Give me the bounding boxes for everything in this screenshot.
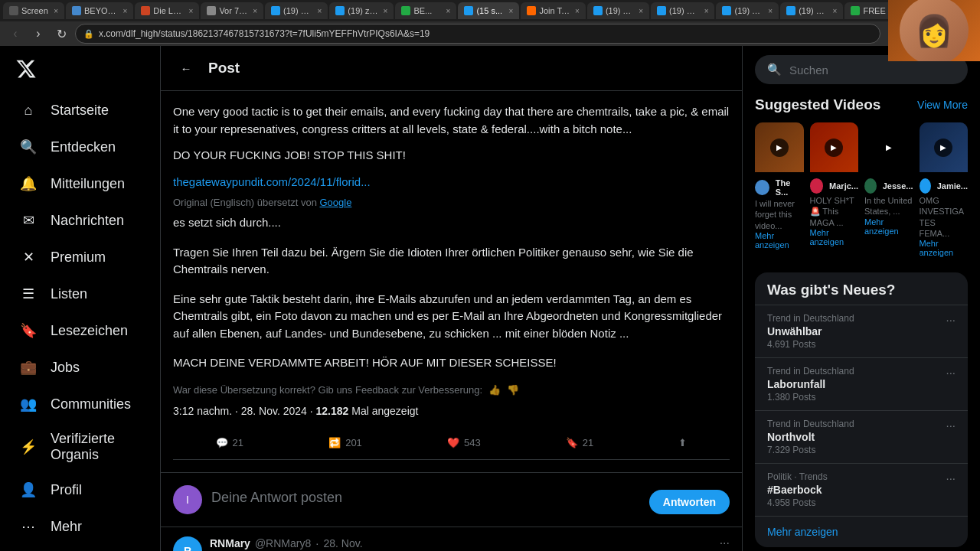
- bookmark-action[interactable]: 🔖 21: [558, 432, 601, 453]
- person-icon: 👤: [18, 480, 38, 500]
- like-action[interactable]: ❤️ 543: [439, 432, 488, 453]
- retweet-action[interactable]: 🔁 201: [321, 432, 370, 453]
- sidebar-item-profile[interactable]: 👤 Profil: [9, 472, 151, 507]
- trend-more-icon-2[interactable]: ···: [946, 366, 956, 379]
- trend-more-icon-1[interactable]: ···: [946, 313, 956, 326]
- search-input[interactable]: [789, 64, 956, 77]
- video-more-1[interactable]: Mehr anzeigen: [755, 231, 804, 249]
- trend-item-1[interactable]: Trend in Deutschland Unwählbar 4.691 Pos…: [755, 305, 968, 357]
- trending-more-link[interactable]: Mehr anzeigen: [755, 516, 968, 547]
- browser-tab-4[interactable]: Vor 70...×: [201, 2, 263, 19]
- trend-item-4[interactable]: Politik · Trends #Baerbock 4.958 Posts ·…: [755, 463, 968, 516]
- browser-tab-7[interactable]: BE...×: [395, 2, 456, 19]
- video-more-3[interactable]: Mehr anzeigen: [864, 217, 913, 236]
- share-icon: ⬆: [678, 437, 687, 448]
- play-overlay-4: ▶: [920, 122, 969, 172]
- translation-feedback: War diese Übersetzung korrekt? Gib uns F…: [173, 384, 730, 396]
- reply-submit-button[interactable]: Antworten: [649, 490, 730, 514]
- browser-tab-9[interactable]: Join To...×: [521, 2, 586, 19]
- video-more-2[interactable]: Mehr anzeigen: [810, 228, 859, 246]
- comment-time: 28. Nov.: [323, 537, 362, 549]
- video-more-4[interactable]: Mehr anzeigen: [920, 239, 969, 257]
- post-views-count: 12.182: [316, 405, 349, 417]
- trend-item-1-header: Trend in Deutschland Unwählbar 4.691 Pos…: [767, 313, 956, 350]
- main-layout: ⌂ Startseite 🔍 Entdecken 🔔 Mitteilungen …: [0, 46, 980, 551]
- reply-input-placeholder[interactable]: Deine Antwort posten: [211, 485, 640, 506]
- reply-action[interactable]: 💬 21: [208, 432, 251, 453]
- google-translate-link[interactable]: Google: [319, 197, 351, 208]
- post-original-text: One very good tactic is to get their ema…: [173, 103, 730, 138]
- lock-icon: 🔒: [83, 29, 94, 39]
- trend-more-icon-4[interactable]: ···: [946, 471, 956, 484]
- trend-country-1: Trend in Deutschland: [767, 313, 854, 324]
- video-info-1: The S... I will never forget this video.…: [755, 172, 804, 253]
- browser-tab-10[interactable]: (19) Ti...×: [587, 2, 649, 19]
- sidebar-item-premium[interactable]: ✕ Premium: [9, 240, 151, 275]
- thumbs-up-button[interactable]: 👍: [488, 384, 501, 396]
- sidebar-label-notifications: Mitteilungen: [51, 176, 125, 192]
- browser-tab-active[interactable]: (15 s...×: [458, 2, 519, 19]
- sidebar-item-lists[interactable]: ☰ Listen: [9, 276, 151, 311]
- post-text-content: One very good tactic is to get their ema…: [173, 105, 729, 135]
- browser-tab-11[interactable]: (19) Gi...×: [651, 2, 714, 19]
- sidebar-item-home[interactable]: ⌂ Startseite: [9, 93, 151, 128]
- trending-section: Was gibt's Neues? Trend in Deutschland U…: [755, 272, 968, 547]
- browser-toolbar: ‹ › ↻ 🔒 x.com/dlf_high/status/1862137467…: [0, 21, 980, 46]
- post-link[interactable]: thegatewaypundit.com/2024/11/florid...: [173, 174, 730, 191]
- back-button[interactable]: ←: [173, 55, 199, 81]
- browser-tab-13[interactable]: (19) Bi...×: [780, 2, 843, 19]
- x-icon: ✕: [18, 247, 38, 267]
- sidebar-label-explore: Entdecken: [51, 139, 116, 155]
- sidebar-item-notifications[interactable]: 🔔 Mitteilungen: [9, 166, 151, 201]
- back-button[interactable]: ‹: [6, 24, 24, 43]
- sidebar-label-profile: Profil: [51, 482, 82, 498]
- comment-rn-mary[interactable]: R RNMary @RNMary8 · 28. Nov. ··· Tenness…: [161, 527, 742, 552]
- post-url[interactable]: thegatewaypundit.com/2024/11/florid...: [173, 175, 371, 188]
- video-username-3: Jesse...: [883, 181, 913, 191]
- video-card-4[interactable]: ▶ Jamie... OMG INVESTIGA TES FEMA... Meh…: [920, 122, 969, 260]
- post-translation-label: Original (Englisch) übersetzt von Google: [173, 197, 730, 208]
- x-logo[interactable]: [9, 52, 151, 88]
- video-card-1[interactable]: ▶ The S... I will never forget this vide…: [755, 122, 804, 260]
- reply-box: I Deine Antwort posten Antworten: [161, 473, 742, 527]
- thumbs-down-button[interactable]: 👎: [507, 384, 519, 396]
- browser-tab-5[interactable]: (19) Ki...×: [265, 2, 328, 19]
- browser-tab-1[interactable]: Screen×: [3, 2, 64, 19]
- trend-more-icon-3[interactable]: ···: [946, 419, 956, 432]
- video-info-4: Jamie... OMG INVESTIGA TES FEMA... Mehr …: [920, 172, 969, 260]
- browser-tab-2[interactable]: BEYOH...×: [66, 2, 133, 19]
- share-action[interactable]: ⬆: [671, 432, 694, 453]
- play-button-4[interactable]: ▶: [934, 139, 952, 157]
- post-timestamp: 3:12 nachm. · 28. Nov. 2024 · 12.182 Mal…: [173, 405, 730, 417]
- suggested-videos-section: Suggested Videos View More ▶ The S...: [755, 96, 968, 260]
- trending-more-label: Mehr anzeigen: [767, 526, 838, 538]
- sidebar-item-communities[interactable]: 👥 Communities: [9, 386, 151, 422]
- view-more-link[interactable]: View More: [917, 99, 968, 111]
- trend-item-2[interactable]: Trend in Deutschland Laborunfall 1.380 P…: [755, 357, 968, 410]
- forward-button[interactable]: ›: [29, 24, 47, 43]
- reload-button[interactable]: ↻: [52, 24, 70, 43]
- browser-tab-3[interactable]: Die Lei...×: [135, 2, 199, 19]
- play-button-3[interactable]: ▶: [880, 139, 898, 157]
- sidebar-item-verified[interactable]: ⚡ Verifizierte Organis: [9, 423, 151, 471]
- address-bar[interactable]: 🔒 x.com/dlf_high/status/1862137467815731…: [75, 24, 880, 44]
- bookmark-action-icon: 🔖: [566, 437, 578, 448]
- sidebar-item-jobs[interactable]: 💼 Jobs: [9, 350, 151, 385]
- video-card-3[interactable]: ▶ Jesse... In the United States, ... Meh…: [864, 122, 913, 260]
- trend-item-3[interactable]: Trend in Deutschland Northvolt 7.329 Pos…: [755, 410, 968, 463]
- comment-more-button[interactable]: ···: [720, 536, 730, 550]
- trend-item-3-header: Trend in Deutschland Northvolt 7.329 Pos…: [767, 419, 956, 455]
- video-desc-2: HOLY SH*T 🚨 This MAGA ...: [810, 195, 859, 228]
- sidebar-item-bookmarks[interactable]: 🔖 Lesezeichen: [9, 313, 151, 348]
- tab-favicon: [851, 6, 860, 15]
- video-card-2[interactable]: ▶ Marjc... HOLY SH*T 🚨 This MAGA ... Meh…: [810, 122, 859, 260]
- play-button-1[interactable]: ▶: [770, 139, 789, 157]
- sidebar-item-explore[interactable]: 🔍 Entdecken: [9, 129, 151, 165]
- sidebar-item-messages[interactable]: ✉ Nachrichten: [9, 203, 151, 238]
- browser-tab-12[interactable]: (19) m...×: [716, 2, 779, 19]
- sidebar-item-more[interactable]: ⋯ Mehr: [9, 509, 151, 544]
- tab-favicon: [527, 6, 536, 15]
- browser-tab-bar: Screen× BEYOH...× Die Lei...× Vor 70...×…: [0, 0, 980, 21]
- browser-tab-6[interactable]: (19) zb...×: [329, 2, 394, 19]
- play-button-2[interactable]: ▶: [825, 139, 843, 157]
